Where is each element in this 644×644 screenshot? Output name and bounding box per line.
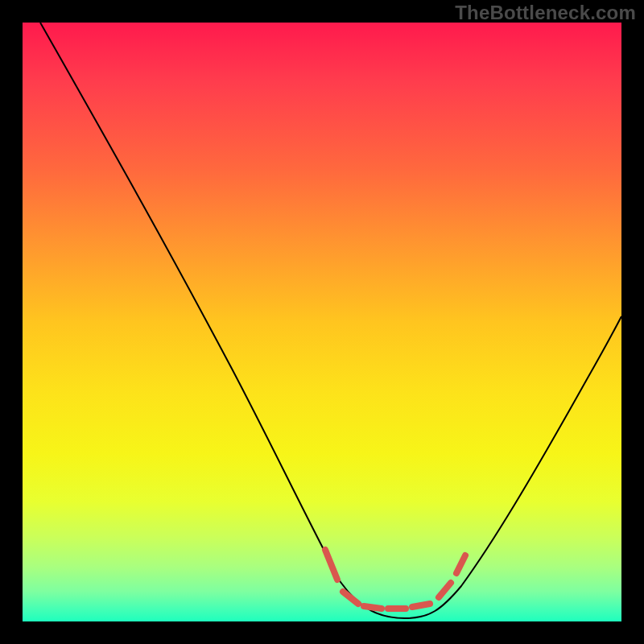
dash-segment <box>343 592 358 604</box>
dash-segment <box>364 606 382 609</box>
bottleneck-curve <box>23 23 621 621</box>
dash-segment <box>439 583 451 597</box>
watermark-text: TheBottleneck.com <box>455 2 636 24</box>
plot-area <box>23 23 621 621</box>
curve-path <box>40 23 621 618</box>
dash-segment <box>456 555 465 573</box>
chart-frame: TheBottleneck.com <box>0 0 644 644</box>
dash-segment <box>325 550 337 580</box>
highlight-dashes <box>325 550 465 609</box>
dash-segment <box>412 604 430 607</box>
